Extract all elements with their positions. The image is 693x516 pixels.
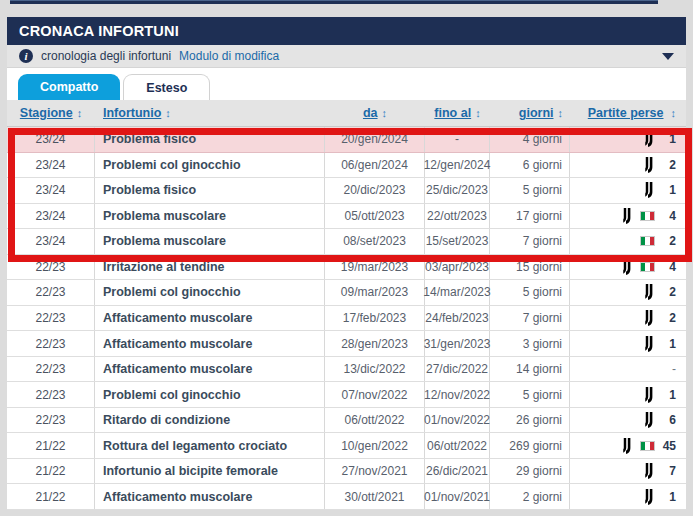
date-until-cell: 15/set/2023 [425, 229, 490, 254]
juventus-club-icon[interactable] [644, 182, 655, 198]
juventus-club-icon[interactable] [644, 131, 655, 147]
box-header: CRONACA INFORTUNI [7, 17, 686, 45]
column-header-infortunio[interactable]: Infortunio↕ [95, 100, 325, 126]
info-text: cronologia degli infortuni [41, 49, 171, 63]
tab-esteso[interactable]: Esteso [123, 74, 210, 100]
injury-name: Affaticamento muscolare [103, 337, 252, 351]
italy-flag-icon[interactable] [640, 441, 655, 451]
days-cell: 2 giorni [490, 484, 570, 509]
view-tabs: Compatto Esteso [7, 68, 686, 100]
season-cell: 22/23 [7, 408, 95, 433]
games-missed-count: 1 [662, 183, 676, 197]
season-cell: 23/24 [7, 229, 95, 254]
injury-history-screen: CRONACA INFORTUNI i cronologia degli inf… [0, 0, 693, 516]
days-cell: 7 giorni [490, 306, 570, 331]
juventus-club-icon[interactable] [622, 438, 633, 454]
games-missed-count: 7 [662, 464, 676, 478]
games-missed-count: 2 [662, 234, 676, 248]
juventus-club-icon[interactable] [644, 310, 655, 326]
games-missed-count: 1 [662, 132, 676, 146]
games-missed-count: 4 [662, 260, 676, 274]
table-row: 23/24 Problema muscolare 08/set/2023 15/… [7, 229, 686, 255]
games-missed-cell: 2 [570, 284, 686, 300]
games-missed-cell: 7 [570, 463, 686, 479]
date-from-cell: 19/mar/2023 [325, 255, 425, 280]
column-header-giorni[interactable]: giorni↕ [490, 100, 570, 126]
collapse-caret-icon[interactable] [662, 53, 674, 60]
sort-icon[interactable]: ↕ [558, 107, 564, 119]
sort-icon[interactable]: ↕ [165, 107, 171, 119]
date-from-cell: 17/feb/2023 [325, 306, 425, 331]
games-missed-count: 1 [662, 490, 676, 504]
date-from-cell: 27/nov/2021 [325, 459, 425, 484]
games-missed-cell: 45 [570, 438, 686, 454]
date-from-cell: 07/nov/2022 [325, 382, 425, 407]
italy-flag-icon[interactable] [640, 211, 655, 221]
days-cell: 7 giorni [490, 229, 570, 254]
days-cell: 5 giorni [490, 178, 570, 203]
date-until-cell: 24/feb/2023 [425, 306, 490, 331]
sort-icon[interactable]: ↕ [671, 107, 677, 119]
table-row: 22/23 Irritazione al tendine 19/mar/2023… [7, 255, 686, 281]
date-from-cell: 13/dic/2022 [325, 357, 425, 382]
column-header-da[interactable]: da↕ [325, 100, 425, 126]
juventus-club-icon[interactable] [622, 259, 633, 275]
table-row: 23/24 Problema fisico 20/dic/2023 25/dic… [7, 178, 686, 204]
juventus-club-icon[interactable] [644, 463, 655, 479]
days-cell: 3 giorni [490, 331, 570, 356]
injury-name: Problema fisico [103, 183, 196, 197]
sort-icon[interactable]: ↕ [77, 107, 83, 119]
juventus-club-icon[interactable] [622, 208, 633, 224]
date-from-cell: 10/gen/2022 [325, 433, 425, 458]
season-cell: 21/22 [7, 459, 95, 484]
injury-table-body: 23/24 Problema fisico 20/gen/2024 - 4 gi… [7, 127, 686, 510]
date-from-cell: 20/gen/2024 [325, 127, 425, 152]
date-until-cell: 06/ott/2022 [425, 433, 490, 458]
date-until-cell: 25/dic/2023 [425, 178, 490, 203]
games-missed-cell: 2 [570, 310, 686, 326]
edit-form-link[interactable]: Modulo di modifica [179, 49, 279, 63]
column-header-fino-al[interactable]: fino al↕ [425, 100, 490, 126]
sort-icon[interactable]: ↕ [475, 107, 481, 119]
sort-icon[interactable]: ↕ [382, 107, 388, 119]
date-from-cell: 30/ott/2021 [325, 484, 425, 509]
date-until-cell: 31/gen/2023 [425, 331, 490, 356]
juventus-club-icon[interactable] [644, 412, 655, 428]
column-header-stagione[interactable]: Stagione↕ [7, 100, 95, 126]
juventus-club-icon[interactable] [644, 489, 655, 505]
juventus-club-icon[interactable] [644, 157, 655, 173]
date-from-cell: 09/mar/2023 [325, 280, 425, 305]
table-row: 21/22 Rottura del legamento crociato 10/… [7, 433, 686, 459]
juventus-club-icon[interactable] [644, 284, 655, 300]
date-from-cell: 28/gen/2023 [325, 331, 425, 356]
table-row: 22/23 Ritardo di condizione 06/ott/2022 … [7, 408, 686, 434]
column-header-partite-perse[interactable]: Partite perse↕ [570, 100, 686, 126]
season-cell: 21/22 [7, 484, 95, 509]
italy-flag-icon[interactable] [640, 262, 655, 272]
injury-name: Infortunio al bicipite femorale [103, 464, 278, 478]
date-from-cell: 20/dic/2023 [325, 178, 425, 203]
games-missed-count: 2 [662, 158, 676, 172]
days-cell: 17 giorni [490, 204, 570, 229]
table-row: 22/23 Problemi col ginocchio 09/mar/2023… [7, 280, 686, 306]
games-missed-count: 2 [662, 311, 676, 325]
date-until-cell: 22/ott/2023 [425, 204, 490, 229]
injury-name: Ritardo di condizione [103, 413, 230, 427]
games-missed-cell: 1 [570, 336, 686, 352]
season-cell: 22/23 [7, 255, 95, 280]
injury-name: Problemi col ginocchio [103, 285, 241, 299]
tab-compatto[interactable]: Compatto [18, 74, 120, 100]
juventus-club-icon[interactable] [644, 336, 655, 352]
games-missed-cell: 1 [570, 182, 686, 198]
injury-name: Rottura del legamento crociato [103, 439, 287, 453]
games-missed-cell: 4 [570, 259, 686, 275]
injury-name: Problema fisico [103, 132, 196, 146]
juventus-club-icon[interactable] [644, 387, 655, 403]
games-missed-cell: - [570, 362, 686, 376]
date-until-cell: - [425, 127, 490, 152]
days-cell: 5 giorni [490, 382, 570, 407]
season-cell: 22/23 [7, 306, 95, 331]
season-cell: 22/23 [7, 382, 95, 407]
days-cell: 26 giorni [490, 408, 570, 433]
italy-flag-icon[interactable] [640, 236, 655, 246]
